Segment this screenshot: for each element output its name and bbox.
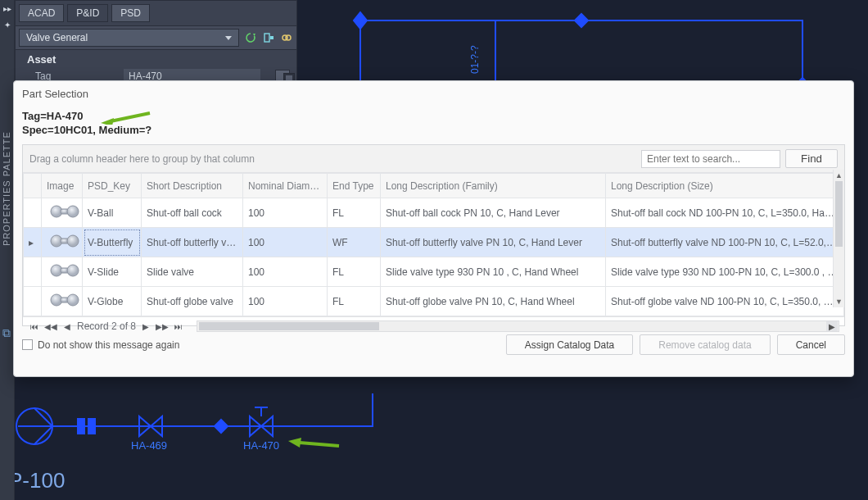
page-title-cad: P-100 — [8, 468, 65, 493]
col-image[interactable]: Image — [42, 174, 83, 198]
cell-psdkey: V-Ball — [83, 198, 142, 228]
cell-psdkey: V-Butterfly — [83, 228, 142, 257]
part-selection-dialog: Part Selection Tag=HA-470 Spec=10HC01, M… — [13, 80, 854, 377]
svg-rect-23 — [270, 36, 274, 39]
cell-nomdia: 100 — [243, 287, 328, 316]
col-endtype[interactable]: End Type — [328, 174, 381, 198]
row-indicator — [24, 287, 42, 316]
tab-acad[interactable]: ACAD — [19, 4, 64, 22]
cell-longsize: Slide valve type 930 ND 100-PN 10, C, L=… — [606, 257, 844, 287]
checkbox-icon — [22, 339, 33, 350]
svg-marker-20 — [288, 438, 301, 448]
cell-shortdesc: Shut-off butterfly valve — [142, 228, 243, 257]
grid-horizontal-scrollbar[interactable]: ▶ — [197, 320, 839, 332]
parts-table[interactable]: Image PSD_Key Short Description Nominal … — [23, 173, 844, 316]
cell-longfam: Shut-off butterfly valve PN 10, C, Hand … — [381, 228, 606, 257]
pager-last-button[interactable]: ⏭ — [172, 320, 185, 333]
refresh-icon[interactable] — [244, 31, 257, 44]
table-row[interactable]: ▸V-ButterflyShut-off butterfly valve100W… — [24, 228, 844, 257]
pager-first-button[interactable]: ⏮ — [28, 320, 41, 333]
svg-point-33 — [67, 235, 79, 247]
valve-thumbnail-icon — [47, 202, 81, 220]
parts-grid: Drag a column header here to group by th… — [22, 144, 845, 326]
cell-shortdesc: Slide valve — [142, 257, 243, 287]
pager-nextpage-button[interactable]: ▶▶ — [156, 320, 169, 333]
cell-longsize: Shut-off ball cock ND 100-PN 10, C, L=35… — [606, 198, 844, 228]
dialog-title: Part Selection — [14, 81, 853, 103]
cell-shortdesc: Shut-off globe valve — [142, 287, 243, 316]
palette-vertical-label: PROPERTIES PALETTE — [2, 131, 11, 246]
pager-next-button[interactable]: ▶ — [139, 320, 152, 333]
dont-show-again-checkbox[interactable]: Do not show this message again — [22, 339, 179, 351]
svg-rect-8 — [78, 419, 84, 434]
svg-marker-2 — [354, 12, 367, 29]
link-icon[interactable] — [280, 31, 293, 44]
properties-palette: ACAD P&ID PSD Valve General Asset Tag HA… — [15, 0, 297, 89]
remove-catalog-button: Remove catalog data — [640, 334, 770, 355]
dont-show-again-label: Do not show this message again — [38, 339, 179, 351]
col-nomdia[interactable]: Nominal Diameter — [243, 174, 328, 198]
cell-endtype: FL — [328, 287, 381, 316]
col-longsize[interactable]: Long Description (Size) — [606, 174, 844, 198]
select-in-drawing-icon[interactable] — [262, 31, 275, 44]
gutter-pin-icon[interactable]: ✦ — [2, 20, 12, 30]
col-longfam[interactable]: Long Description (Family) — [381, 174, 606, 198]
tab-psd[interactable]: PSD — [111, 4, 150, 22]
tab-pid[interactable]: P&ID — [67, 4, 108, 22]
svg-rect-22 — [264, 34, 269, 42]
svg-rect-9 — [88, 419, 95, 434]
svg-rect-0 — [360, 20, 802, 84]
valve-thumbnail-icon — [47, 232, 81, 250]
cell-image — [42, 228, 83, 257]
cell-endtype: FL — [328, 198, 381, 228]
find-button[interactable]: Find — [785, 149, 838, 168]
annotation-arrow-tag — [101, 111, 151, 125]
col-psdkey[interactable]: PSD_Key — [83, 174, 142, 198]
row-indicator: ▸ — [24, 228, 42, 257]
group-hint: Drag a column header here to group by th… — [29, 153, 255, 165]
grid-vertical-scrollbar[interactable]: ▲▼ — [833, 170, 844, 307]
pager-text: Record 2 of 8 — [77, 320, 136, 332]
dialog-spec-line: Spec=10HC01, Medium=? — [22, 124, 845, 136]
col-shortdesc[interactable]: Short Description — [142, 174, 243, 198]
svg-point-25 — [286, 35, 291, 40]
object-type-dropdown[interactable]: Valve General — [19, 29, 239, 47]
cell-psdkey: V-Slide — [83, 257, 142, 287]
cell-endtype: FL — [328, 257, 381, 287]
annotation-arrow-ha470 — [288, 438, 341, 452]
gutter-handle-icon[interactable]: ▸▸ — [2, 3, 12, 13]
svg-marker-27 — [101, 118, 114, 125]
pager-prev-button[interactable]: ◀ — [61, 320, 74, 333]
chevron-down-icon — [225, 36, 232, 40]
cell-endtype: WF — [328, 228, 381, 257]
valve-label-ha470: HA-470 — [243, 439, 279, 452]
svg-line-19 — [300, 443, 339, 446]
cell-longfam: Shut-off globe valve PN 10, C, Hand Whee… — [381, 287, 606, 316]
row-indicator — [24, 198, 42, 228]
col-row-indicator[interactable] — [24, 174, 42, 198]
cell-image — [42, 198, 83, 228]
svg-marker-13 — [215, 420, 228, 433]
valve-thumbnail-icon — [47, 291, 81, 309]
cell-psdkey: V-Globe — [83, 287, 142, 316]
cell-longfam: Shut-off ball cock PN 10, C, Hand Lever — [381, 198, 606, 228]
pager-prevpage-button[interactable]: ◀◀ — [44, 320, 57, 333]
svg-marker-3 — [575, 14, 588, 27]
cell-nomdia: 100 — [243, 257, 328, 287]
cell-image — [42, 287, 83, 316]
palette-collapse-icon[interactable]: ⧉ — [2, 326, 11, 340]
table-row[interactable]: V-GlobeShut-off globe valve100FLShut-off… — [24, 287, 844, 316]
object-type-value: Valve General — [26, 32, 88, 43]
cancel-button[interactable]: Cancel — [777, 334, 845, 355]
svg-line-26 — [111, 113, 150, 121]
cell-shortdesc: Shut-off ball cock — [142, 198, 243, 228]
table-row[interactable]: V-SlideSlide valve100FLSlide valve type … — [24, 257, 844, 287]
svg-point-30 — [67, 206, 79, 217]
table-row[interactable]: V-BallShut-off ball cock100FLShut-off ba… — [24, 198, 844, 228]
valve-label-ha469: HA-469 — [131, 439, 167, 452]
assign-catalog-button[interactable]: Assign Catalog Data — [506, 334, 633, 355]
search-input[interactable] — [641, 150, 780, 168]
cell-longfam: Slide valve type 930 PN 10 , C, Hand Whe… — [381, 257, 606, 287]
cell-nomdia: 100 — [243, 228, 328, 257]
vessel-label: 01-?-? — [469, 45, 481, 74]
